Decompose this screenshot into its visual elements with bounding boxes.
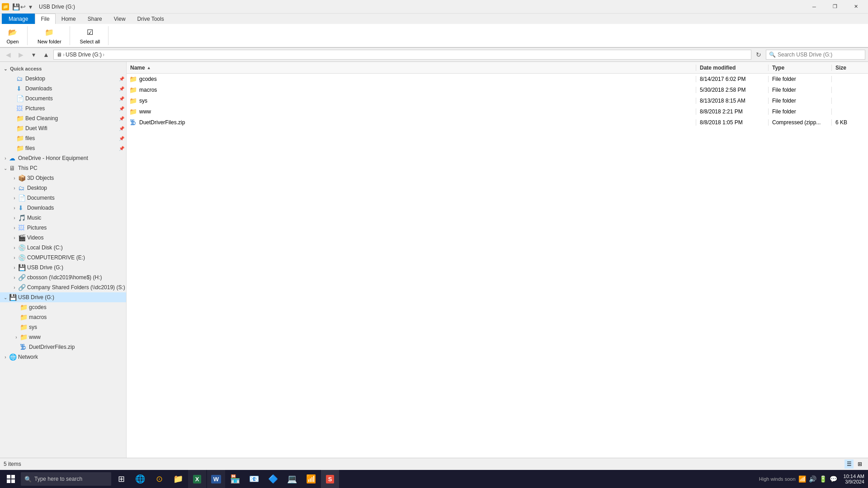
file-name: gcodes (139, 76, 696, 82)
network-header[interactable]: › 🌐 Network (0, 352, 126, 362)
music-label: Music (27, 215, 126, 221)
desktop-pc-label: Desktop (27, 185, 126, 191)
col-header-modified[interactable]: Date modified (696, 65, 769, 71)
sidebar-item-duet-wifi[interactable]: 📁 Duet Wifi 📌 (0, 123, 126, 133)
quick-access-toolbar-btn1[interactable]: 💾 (13, 4, 19, 10)
file-icon: 🗜 (128, 118, 137, 127)
quick-access-label: Quick access (10, 66, 42, 71)
weather-notification[interactable]: High winds soon (759, 476, 796, 482)
network-tray-icon[interactable]: 📶 (798, 475, 806, 483)
app9-btn[interactable]: 🔷 (264, 470, 282, 488)
file-tab[interactable]: File (35, 14, 55, 24)
details-view-button[interactable]: ☰ (844, 460, 854, 469)
sidebar-item-desktop[interactable]: 🗂 Desktop 📌 (0, 74, 126, 84)
notification-icon[interactable]: 💬 (830, 475, 837, 483)
restore-button[interactable]: ❐ (825, 0, 845, 14)
large-icons-view-button[interactable]: ⊞ (855, 460, 864, 469)
file-explorer-btn[interactable]: 📁 (169, 470, 187, 488)
onedrive-header[interactable]: › ☁ OneDrive - Honor Equipment (0, 153, 126, 163)
manage-tab[interactable]: Manage (2, 14, 35, 24)
quick-access-toolbar-dropdown[interactable]: ▾ (27, 4, 33, 10)
macros-sub-label: macros (29, 314, 126, 320)
back-button[interactable]: ◀ (3, 49, 14, 60)
store-btn[interactable]: 🏪 (226, 470, 244, 488)
sidebar-item-usb-g[interactable]: › 💾 USB Drive (G:) (0, 263, 126, 272)
quick-access-header[interactable]: ⌄ Quick access (0, 64, 126, 74)
sidebar-item-pictures-pc[interactable]: › 🖼 Pictures (0, 223, 126, 233)
up-button[interactable]: ▲ (41, 49, 52, 60)
app12-btn[interactable]: S (321, 470, 339, 488)
view-tab[interactable]: View (108, 14, 132, 24)
sidebar-item-usb-g2[interactable]: ⌄ 💾 USB Drive (G:) (0, 292, 126, 302)
address-bar: ◀ ▶ ▾ ▲ 🖥 › USB Drive (G:) › ↻ 🔍 (0, 48, 868, 62)
search-icon: 🔍 (769, 52, 776, 58)
battery-icon[interactable]: 🔋 (819, 475, 827, 483)
downloads-pc-label: Downloads (27, 205, 126, 211)
start-button[interactable] (2, 470, 20, 488)
sidebar-item-documents-pc[interactable]: › 📄 Documents (0, 193, 126, 203)
volume-icon[interactable]: 🔊 (809, 475, 816, 483)
quick-access-section: ⌄ Quick access 🗂 Desktop 📌 ⬇ Downloads 📌 (0, 64, 126, 153)
col-header-type[interactable]: Type (769, 65, 832, 71)
sidebar-item-duet-zip-sub[interactable]: 🗜 DuetDriverFiles.zip (0, 342, 126, 352)
table-row[interactable]: 📁 gcodes 8/14/2017 6:02 PM File folder (127, 74, 868, 84)
col-header-size[interactable]: Size (832, 65, 868, 71)
edge-btn[interactable]: 🌐 (131, 470, 149, 488)
status-bar: 5 items ☰ ⊞ (0, 458, 868, 470)
sidebar-item-downloads-pc[interactable]: › ⬇ Downloads (0, 203, 126, 213)
taskbar-search-box[interactable]: 🔍 Type here to search (21, 472, 111, 486)
onedrive-label: OneDrive - Honor Equipment (18, 155, 126, 161)
chrome-btn[interactable]: ⊙ (150, 470, 168, 488)
app10-btn[interactable]: 💻 (283, 470, 301, 488)
sidebar-item-files2[interactable]: 📁 files 📌 (0, 143, 126, 153)
sidebar-item-cbosson[interactable]: › 🔗 cbosson (\\dc2019\home$) (H:) (0, 272, 126, 282)
excel-btn[interactable]: X (188, 470, 206, 488)
sidebar-item-macros-sub[interactable]: 📁 macros (0, 312, 126, 322)
sidebar-item-downloads-qa[interactable]: ⬇ Downloads 📌 (0, 84, 126, 94)
sidebar-item-videos[interactable]: › 🎬 Videos (0, 233, 126, 243)
home-tab[interactable]: Home (56, 14, 82, 24)
address-path-bar[interactable]: 🖥 › USB Drive (G:) › (53, 50, 751, 60)
search-box[interactable]: 🔍 (766, 50, 865, 60)
table-row[interactable]: 🗜 DuetDriverFiles.zip 8/8/2018 1:05 PM C… (127, 117, 868, 128)
forward-button[interactable]: ▶ (15, 49, 26, 60)
drive-tools-tab[interactable]: Drive Tools (132, 14, 170, 24)
sidebar-item-pictures-qa[interactable]: 🖼 Pictures 📌 (0, 103, 126, 113)
sidebar-item-local-disk[interactable]: › 💿 Local Disk (C:) (0, 243, 126, 253)
search-input[interactable] (778, 52, 862, 58)
table-row[interactable]: 📁 macros 5/30/2018 2:58 PM File folder (127, 84, 868, 95)
new-folder-btn[interactable]: 📁 New folder (35, 26, 64, 45)
table-row[interactable]: 📁 sys 8/13/2018 8:15 AM File folder (127, 95, 868, 106)
files1-label: files (25, 135, 119, 141)
select-all-btn[interactable]: ☑ Select all (77, 26, 103, 45)
minimize-button[interactable]: ─ (804, 0, 825, 14)
sidebar-item-company-shared[interactable]: › 🔗 Company Shared Folders (\\dc2019) (S… (0, 282, 126, 292)
sidebar-item-files1[interactable]: 📁 files 📌 (0, 133, 126, 143)
sidebar-item-3d[interactable]: › 📦 3D Objects (0, 173, 126, 183)
sidebar-item-documents-qa[interactable]: 📄 Documents 📌 (0, 94, 126, 103)
word-btn[interactable]: W (207, 470, 225, 488)
outlook-btn[interactable]: 📧 (245, 470, 263, 488)
sidebar-item-gcodes-sub[interactable]: 📁 gcodes (0, 302, 126, 312)
sidebar-item-sys-sub[interactable]: 📁 sys (0, 322, 126, 332)
app11-btn[interactable]: 📶 (302, 470, 320, 488)
sidebar-item-bed-cleaning[interactable]: 📁 Bed Cleaning 📌 (0, 113, 126, 123)
refresh-button[interactable]: ↻ (753, 49, 764, 60)
this-pc-header[interactable]: ⌄ 🖥 This PC (0, 163, 126, 173)
task-view-btn[interactable]: ⊞ (112, 470, 130, 488)
col-header-name[interactable]: Name ▲ (127, 65, 696, 71)
quick-access-toolbar-btn2[interactable]: ↩ (20, 4, 26, 10)
sidebar-item-www-sub[interactable]: › 📁 www (0, 332, 126, 342)
taskbar-clock[interactable]: 10:14 AM 3/9/2024 (842, 474, 866, 484)
sidebar-item-desktop-pc[interactable]: › 🗂 Desktop (0, 183, 126, 193)
share-tab[interactable]: Share (82, 14, 108, 24)
open-btn[interactable]: 📂 Open (4, 26, 22, 45)
sidebar-item-music[interactable]: › 🎵 Music (0, 213, 126, 223)
table-row[interactable]: 📁 www 8/8/2018 2:21 PM File folder (127, 106, 868, 117)
file-icon: 📁 (128, 85, 137, 94)
file-type: File folder (769, 87, 832, 93)
path-segment: USB Drive (G:) (66, 52, 102, 58)
recent-locations-button[interactable]: ▾ (28, 49, 39, 60)
sidebar-item-computer-drive[interactable]: › 💿 COMPUTERDRIVE (E:) (0, 253, 126, 263)
close-button[interactable]: ✕ (845, 0, 866, 14)
